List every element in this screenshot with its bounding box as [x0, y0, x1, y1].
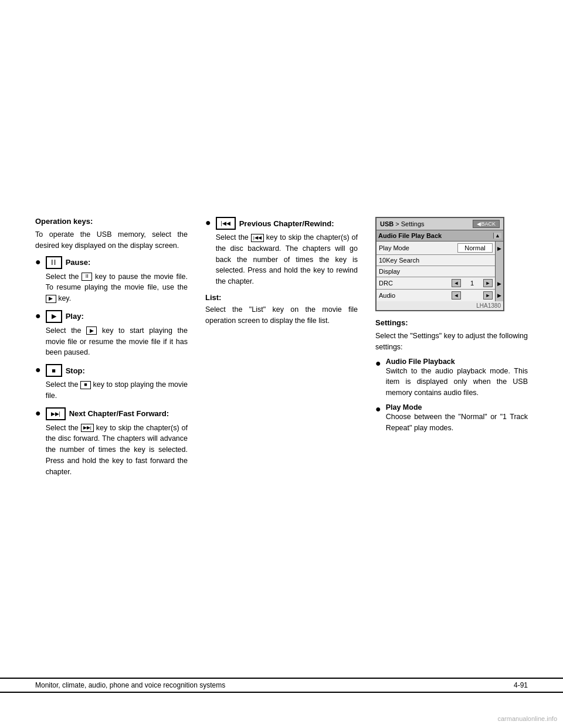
footer-bar: Monitor, climate, audio, phone and voice… [0, 678, 563, 693]
prev-chapter-content: |◀◀ Previous Chapter/Rewind: Select the … [216, 217, 358, 287]
afp-body: Switch to the audio playback mode. This … [386, 366, 528, 399]
play-icon-box: ▶ [46, 310, 62, 323]
afp-title: Audio File Playback [386, 358, 528, 366]
play-mode-value: Normal [457, 243, 493, 253]
audio-file-playback-bullet: ● Audio File Playback Switch to the audi… [375, 358, 528, 399]
ui-header-title: USB > Settings [380, 220, 425, 227]
pause-icon: II [51, 258, 56, 267]
operation-keys-title: Operation keys: [35, 217, 188, 226]
left-column: Operation keys: To operate the USB memor… [35, 217, 188, 483]
stop-desc: Select the ■ key to stop playing the mov… [46, 379, 188, 402]
play-label: Play: [66, 312, 84, 321]
pause-label: Pause: [66, 258, 91, 267]
prev-desc: Select the |◀◀ key to skip the chapter(s… [216, 232, 358, 287]
play-mode-label: Play Mode [379, 244, 457, 251]
drc-content: DRC ◄ 1 ► [377, 277, 495, 290]
middle-column: ● |◀◀ Previous Chapter/Rewind: Select th… [205, 217, 358, 483]
back-button[interactable]: ◀BACK [473, 220, 500, 228]
bullet-dot-next: ● [35, 409, 41, 418]
next-chapter-content: ▶▶| Next Chapter/Fast Forward: Select th… [46, 407, 188, 478]
next-desc: Select the ▶▶| key to skip the chapter(s… [46, 423, 188, 478]
prev-label: Previous Chapter/Rewind: [239, 219, 334, 228]
pause-icon-inline: II [82, 273, 92, 281]
columns: Operation keys: To operate the USB memor… [35, 217, 528, 483]
settings-title: Settings: [375, 318, 528, 327]
pause-desc: Select the II key to pause the movie fil… [46, 271, 188, 304]
audio-file-playback-bar: Audio File Play Back ▲ [377, 230, 503, 241]
pause-content: II Pause: Select the II key to pause the… [46, 256, 188, 304]
audio-row: Audio ◄ ► ▶ [377, 290, 503, 301]
prev-icon-inline: |◀◀ [251, 234, 264, 242]
play-desc: Select the ▶ key to start playing the mo… [46, 325, 188, 358]
next-label: Next Chapter/Fast Forward: [69, 409, 169, 418]
play-icon-inline: ▶ [86, 326, 97, 335]
stop-icon: ■ [52, 367, 56, 374]
next-icon-box: ▶▶| [46, 407, 66, 420]
pm-content: Play Mode Choose between the "Normal" or… [386, 403, 528, 434]
bullet-dot-pause: ● [35, 257, 41, 267]
drc-label: DRC [379, 280, 452, 287]
intro-text: To operate the USB memory, select the de… [35, 229, 188, 251]
play-content: ▶ Play: Select the ▶ key to start playin… [46, 310, 188, 358]
tenkey-search-content: 10Key Search [377, 255, 495, 266]
stop-icon-box: ■ [46, 364, 62, 377]
stop-label: Stop: [66, 366, 85, 375]
page: Operation keys: To operate the USB memor… [0, 0, 563, 728]
play-mode-row: Play Mode Normal ▶ [377, 241, 503, 255]
stop-item: ● ■ Stop: Select the ■ key to stop playi… [35, 364, 188, 402]
bullet-dot-prev: ● [205, 218, 211, 227]
settings-label: Settings [401, 220, 425, 227]
content-area: Operation keys: To operate the USB memor… [35, 217, 528, 658]
play-mode-scroll[interactable]: ▶ [495, 241, 503, 255]
audio-scroll[interactable]: ▶ [495, 290, 503, 301]
play-mode-bullet: ● Play Mode Choose between the "Normal" … [375, 403, 528, 434]
usb-label: USB [380, 220, 394, 227]
audio-left-arrow[interactable]: ◄ [452, 291, 461, 300]
next-chapter-item: ● ▶▶| Next Chapter/Fast Forward: Select … [35, 407, 188, 478]
stop-content: ■ Stop: Select the ■ key to stop playing… [46, 364, 188, 402]
audio-label: Audio [379, 292, 452, 299]
section-bar-text: Audio File Play Back [378, 232, 442, 239]
audio-nav: ◄ ► [452, 291, 493, 300]
bullet-dot-stop: ● [35, 365, 41, 375]
pause-icon-box: II [46, 256, 62, 269]
prev-icon-box: |◀◀ [216, 217, 236, 230]
tenkey-search-label: 10Key Search [379, 257, 493, 264]
bullet-dot-afp: ● [375, 359, 381, 368]
play-icon-inline-pause: ▶ [46, 295, 56, 303]
drc-value: 1 [463, 280, 481, 287]
bullet-dot-pm: ● [375, 404, 381, 414]
ui-header: USB > Settings ◀BACK [377, 218, 503, 230]
ui-panel: USB > Settings ◀BACK Audio File Play Bac… [375, 217, 504, 311]
scroll-up-btn[interactable]: ▲ [493, 233, 501, 239]
drc-left-arrow[interactable]: ◄ [452, 279, 461, 287]
pm-body: Choose between the "Normal" or "1 Track … [386, 411, 528, 434]
right-column: USB > Settings ◀BACK Audio File Play Bac… [375, 217, 528, 483]
tenkey-search-row: 10Key Search [377, 255, 503, 266]
list-label: List: [205, 293, 358, 302]
footer-page: 4-91 [514, 681, 528, 689]
pause-item: ● II Pause: Select the II key to pause t… [35, 256, 188, 304]
audio-right-arrow[interactable]: ► [483, 291, 493, 300]
settings-section: Settings: Select the "Settings" key to a… [375, 318, 528, 433]
footer-text: Monitor, climate, audio, phone and voice… [35, 681, 225, 689]
display-row: Display [377, 266, 503, 277]
display-scroll[interactable] [495, 266, 503, 277]
lha-label: LHA1380 [377, 301, 503, 310]
watermark: carmanualonline.info [497, 715, 557, 722]
drc-row: DRC ◄ 1 ► ▶ [377, 277, 503, 290]
tenkey-scroll[interactable] [495, 255, 503, 266]
play-mode-content: Play Mode Normal [377, 241, 495, 255]
play-item: ● ▶ Play: Select the ▶ key to start play… [35, 310, 188, 358]
drc-nav: ◄ 1 ► [452, 279, 493, 287]
play-icon: ▶ [52, 312, 56, 320]
drc-right-arrow[interactable]: ► [483, 279, 493, 287]
display-label: Display [379, 268, 493, 275]
bullet-dot-play: ● [35, 311, 41, 321]
display-content: Display [377, 266, 495, 277]
settings-intro: Select the "Settings" key to adjust the … [375, 331, 528, 353]
prev-chapter-item: ● |◀◀ Previous Chapter/Rewind: Select th… [205, 217, 358, 287]
pm-title: Play Mode [386, 403, 528, 411]
stop-icon-inline: ■ [80, 381, 91, 389]
drc-scroll[interactable]: ▶ [495, 277, 503, 290]
